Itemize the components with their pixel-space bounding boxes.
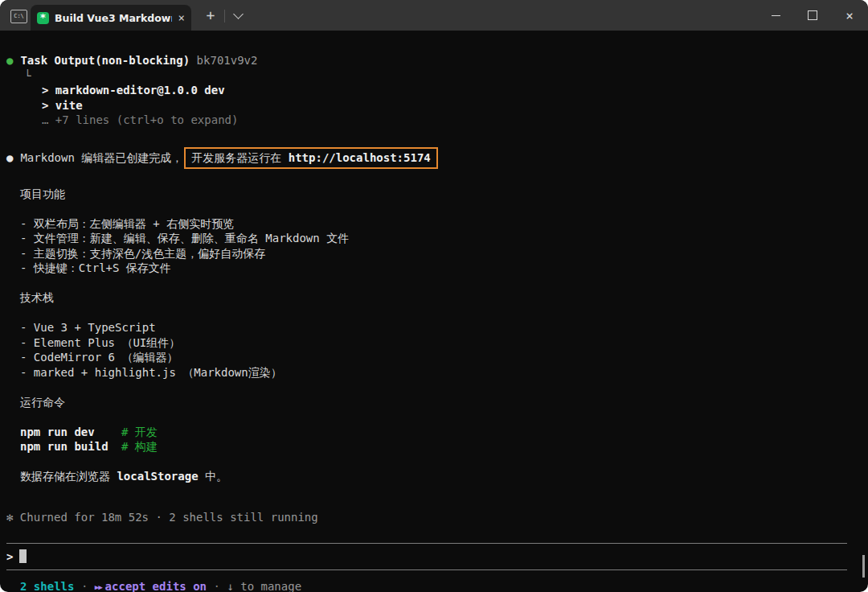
storage-note-suffix: 中。	[199, 470, 227, 483]
minimize-button[interactable]	[757, 0, 794, 31]
stack-item: - marked + highlight.js （Markdown渲染）	[6, 365, 868, 380]
stack-heading: 技术栈	[6, 290, 868, 306]
storage-note-prefix: 数据存储在浏览器	[20, 470, 117, 483]
message-text: Markdown 编辑器已创建完成，	[20, 146, 182, 170]
tab-close-icon[interactable]: ×	[178, 11, 185, 24]
shells-count: 2 shells	[20, 580, 74, 592]
task-running-icon: *	[37, 12, 49, 24]
storage-code: localStorage	[117, 470, 198, 483]
accept-edits-label: accept edits on	[105, 580, 207, 592]
input-divider-bottom	[6, 569, 847, 570]
stack-item: - Vue 3 + TypeScript	[6, 320, 868, 335]
manage-label: to manage	[234, 580, 301, 592]
command-text: npm run dev	[20, 425, 121, 440]
task-output-title: Task Output(non-blocking)	[20, 54, 190, 67]
separator-dot: ·	[213, 580, 219, 592]
command-comment: # 开发	[121, 426, 158, 438]
titlebar: C:\ * Build Vue3 Markdown edit × + ×	[0, 0, 868, 31]
task-id-value: bk701v9v2	[197, 54, 258, 67]
terminal-content: ●Task Output(non-blocking) bk701v9v2 └ >…	[0, 31, 868, 592]
task-id	[190, 54, 196, 67]
stack-item: - Element Plus （UI组件）	[6, 335, 868, 351]
feature-item: - 文件管理：新建、编辑、保存、删除、重命名 Markdown 文件	[6, 231, 868, 246]
dev-server-url[interactable]: http://localhost:5174	[289, 151, 431, 164]
message-bullet: ●	[6, 146, 13, 170]
scrollbar-thumb[interactable]	[862, 555, 865, 578]
session-status-text: Churned for 18m 52s · 2 shells still run…	[13, 511, 317, 524]
maximize-button[interactable]	[794, 0, 831, 31]
highlight-text: 开发服务器运行在	[191, 151, 288, 164]
close-icon: ×	[845, 8, 854, 23]
feature-item: - 主题切换：支持深色/浅色主题，偏好自动保存	[6, 246, 868, 261]
feature-item: - 双栏布局：左侧编辑器 + 右侧实时预览	[6, 216, 868, 232]
close-button[interactable]: ×	[831, 0, 868, 31]
new-tab-button[interactable]: +	[201, 6, 220, 23]
storage-note: 数据存储在浏览器 localStorage 中。	[6, 469, 868, 484]
task-status-dot: ●	[6, 54, 13, 67]
command-text: npm run build	[20, 439, 121, 454]
task-output-header: ●Task Output(non-blocking) bk701v9v2	[6, 53, 868, 68]
collapsed-lines-note[interactable]: … +7 lines (ctrl+o to expand)	[6, 113, 868, 128]
commands-heading: 运行命令	[6, 395, 868, 410]
footer-separator	[74, 580, 80, 592]
completion-message: ●Markdown 编辑器已创建完成，开发服务器运行在 http://local…	[6, 146, 868, 170]
feature-item: - 快捷键：Ctrl+S 保存文件	[6, 261, 868, 276]
terminal-window: C:\ * Build Vue3 Markdown edit × + × ●Ta…	[0, 0, 868, 592]
tab-title: Build Vue3 Markdown edit	[55, 12, 172, 24]
prompt-symbol: >	[6, 550, 13, 563]
stack-item: - CodeMirror 6 （编辑器）	[6, 350, 868, 365]
tab-dropdown-button[interactable]	[230, 8, 246, 24]
task-output-line: > markdown-editor@1.0.0 dev	[6, 83, 868, 98]
command-row: npm run build# 构建	[6, 439, 868, 454]
tab-build-vue3-markdown[interactable]: * Build Vue3 Markdown edit ×	[31, 5, 191, 31]
features-heading: 项目功能	[6, 187, 868, 202]
fast-forward-icon: ▶▶	[95, 583, 102, 591]
minimize-icon	[772, 15, 780, 16]
window-controls: ×	[757, 0, 868, 31]
chevron-down-icon	[233, 9, 244, 19]
command-row: npm run dev# 开发	[6, 425, 868, 440]
session-status-line: ✻ Churned for 18m 52s · 2 shells still r…	[6, 510, 868, 525]
text-cursor	[19, 549, 27, 563]
command-comment: # 构建	[121, 440, 158, 453]
down-arrow-icon: ↓	[227, 580, 233, 592]
tab-divider	[224, 10, 225, 23]
tree-corner: └	[6, 68, 868, 84]
window-app-icon: C:\	[10, 10, 27, 23]
task-output-line: > vite	[6, 98, 868, 113]
prompt-input[interactable]: >	[6, 544, 868, 569]
status-footer: 2 shells · ▶▶accept edits on · ↓ to mana…	[6, 580, 868, 592]
maximize-icon	[808, 10, 817, 20]
url-highlight-box: 开发服务器运行在 http://localhost:5174	[184, 147, 437, 169]
